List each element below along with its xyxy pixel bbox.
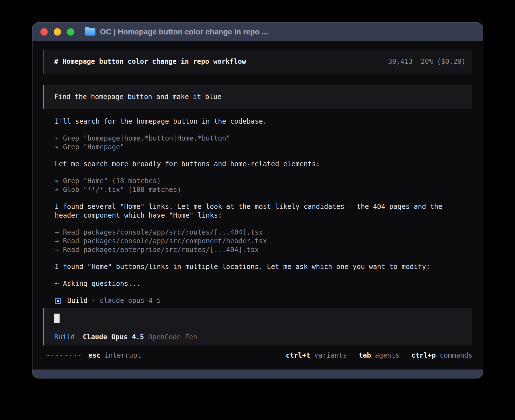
read-tool-call: → Read packages/console/app/src/routes/[… — [55, 228, 472, 237]
esc-keybind-label: interrupt — [104, 351, 141, 360]
tool-call-group: → Read packages/console/app/src/routes/[… — [55, 228, 472, 254]
spinner-dots-icon — [47, 355, 80, 356]
agent-model: claude-opus-4-5 — [100, 296, 161, 305]
assistant-text: Let me search more broadly for buttons a… — [55, 160, 472, 169]
agent-icon — [55, 298, 61, 304]
read-tool-call: → Read packages/enterprise/src/routes/[.… — [55, 246, 472, 254]
window-titlebar[interactable]: OC | Homepage button color change in rep… — [32, 23, 483, 41]
agents-keybind-group: tab agents — [359, 351, 400, 360]
zoom-window-button[interactable] — [67, 28, 74, 36]
grep-tool-call: ∗ Grep "Home" (18 matches) — [55, 177, 472, 185]
grep-tool-call: ∗ Grep "Homepage" — [55, 143, 472, 152]
prompt-input[interactable]: Build Claude Opus 4.5 OpenCode Zen — [43, 308, 472, 345]
folder-icon — [85, 28, 95, 36]
separator-dot: · — [91, 296, 95, 305]
traffic-lights — [40, 28, 74, 36]
assistant-text: I found "Home" buttons/links in multiple… — [55, 262, 472, 271]
assistant-text: I'll search for the homepage button in t… — [55, 117, 472, 126]
agents-keybind-label: agents — [375, 351, 400, 360]
variants-keybind-label: variants — [314, 351, 347, 360]
minimize-window-button[interactable] — [54, 28, 61, 36]
assistant-status-text: ~ Asking questions... — [55, 279, 472, 288]
model-provider: OpenCode Zen — [148, 333, 197, 342]
variants-keybind-group: ctrl+t variants — [286, 351, 347, 360]
agent-badge-row: Build · claude-opus-4-5 — [55, 296, 472, 305]
commands-keybind-label: commands — [440, 351, 472, 360]
glob-tool-call: ∗ Glob "**/*.tsx" (100 matches) — [55, 185, 472, 194]
status-bar-right: ctrl+t variants tab agents ctrl+p comman… — [274, 351, 472, 360]
close-window-button[interactable] — [40, 28, 48, 36]
mode-label: Build — [54, 333, 75, 342]
grep-tool-call: ∗ Grep "homepage|home.*button|Home.*butt… — [55, 134, 472, 143]
model-name: Claude Opus 4.5 — [83, 333, 144, 342]
read-tool-call: → Read packages/console/app/src/componen… — [55, 237, 472, 246]
session-token-stats: 39,413 20% ($0.29) — [388, 57, 466, 66]
user-message-text: Find the homepage button and make it blu… — [54, 93, 221, 101]
session-title: # Homepage button color change in repo w… — [54, 57, 246, 66]
esc-keybind: esc — [88, 351, 101, 360]
status-bar: esc interrupt ctrl+t variants tab agents… — [43, 351, 472, 360]
commands-keybind: ctrl+p — [411, 351, 436, 360]
terminal-content: # Homepage button color change in repo w… — [32, 41, 483, 369]
text-cursor — [54, 314, 60, 323]
window-title: OC | Homepage button color change in rep… — [100, 28, 268, 36]
commands-keybind-group: ctrl+p commands — [411, 351, 472, 360]
user-message: Find the homepage button and make it blu… — [43, 85, 472, 109]
assistant-transcript: I'll search for the homepage button in t… — [43, 117, 472, 305]
variants-keybind: ctrl+t — [286, 351, 310, 360]
agents-keybind: tab — [359, 351, 371, 360]
tool-call-group: ∗ Grep "Home" (18 matches) ∗ Glob "**/*.… — [55, 177, 472, 194]
terminal-window: OC | Homepage button color change in rep… — [32, 22, 483, 379]
model-row: Build Claude Opus 4.5 OpenCode Zen — [54, 333, 466, 342]
agent-name: Build — [67, 296, 88, 305]
tool-call-group: ∗ Grep "homepage|home.*button|Home.*butt… — [55, 134, 472, 152]
session-header: # Homepage button color change in repo w… — [43, 50, 472, 74]
assistant-text: I found several "Home" links. Let me loo… — [55, 202, 472, 220]
